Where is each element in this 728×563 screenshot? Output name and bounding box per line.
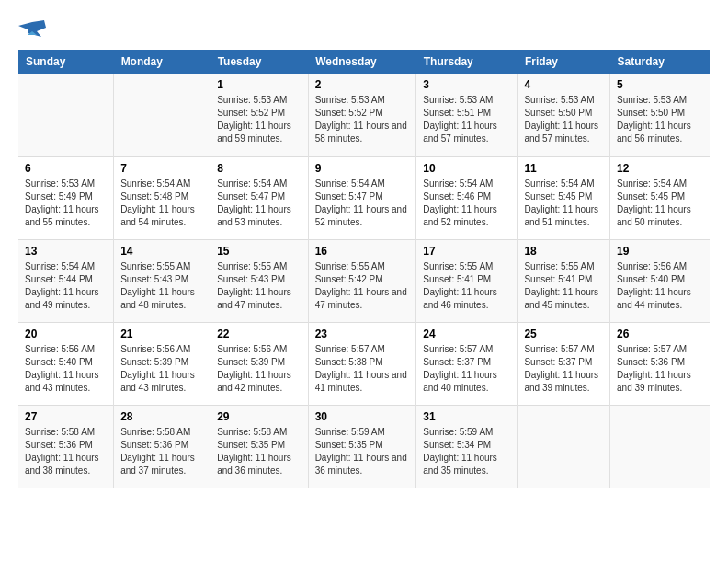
day-cell [518,405,610,488]
day-header-friday: Friday [518,50,610,74]
day-cell: 8Sunrise: 5:54 AM Sunset: 5:47 PM Daylig… [210,156,308,239]
day-number: 3 [423,78,510,91]
week-row-0: 1Sunrise: 5:53 AM Sunset: 5:52 PM Daylig… [18,74,710,156]
day-info: Sunrise: 5:58 AM Sunset: 5:36 PM Dayligh… [120,426,203,477]
day-info: Sunrise: 5:56 AM Sunset: 5:39 PM Dayligh… [217,343,301,395]
day-info: Sunrise: 5:57 AM Sunset: 5:37 PM Dayligh… [524,343,603,395]
day-number: 2 [315,78,410,91]
logo-icon [18,18,46,40]
day-number: 15 [217,245,301,258]
day-cell: 26Sunrise: 5:57 AM Sunset: 5:36 PM Dayli… [610,322,710,405]
day-cell: 27Sunrise: 5:58 AM Sunset: 5:36 PM Dayli… [18,405,114,488]
week-row-4: 27Sunrise: 5:58 AM Sunset: 5:36 PM Dayli… [18,405,710,488]
day-cell: 22Sunrise: 5:56 AM Sunset: 5:39 PM Dayli… [210,322,308,405]
calendar-header-row: SundayMondayTuesdayWednesdayThursdayFrid… [18,50,710,74]
day-cell: 10Sunrise: 5:54 AM Sunset: 5:46 PM Dayli… [416,156,518,239]
day-info: Sunrise: 5:53 AM Sunset: 5:52 PM Dayligh… [315,94,410,145]
day-info: Sunrise: 5:53 AM Sunset: 5:51 PM Dayligh… [423,94,510,145]
day-info: Sunrise: 5:55 AM Sunset: 5:41 PM Dayligh… [423,260,510,312]
day-cell: 16Sunrise: 5:55 AM Sunset: 5:42 PM Dayli… [308,239,416,322]
day-cell: 17Sunrise: 5:55 AM Sunset: 5:41 PM Dayli… [416,239,518,322]
day-cell: 11Sunrise: 5:54 AM Sunset: 5:45 PM Dayli… [518,156,610,239]
day-info: Sunrise: 5:53 AM Sunset: 5:50 PM Dayligh… [617,94,703,145]
day-header-monday: Monday [114,50,210,74]
day-info: Sunrise: 5:57 AM Sunset: 5:37 PM Dayligh… [423,343,510,395]
day-info: Sunrise: 5:56 AM Sunset: 5:39 PM Dayligh… [120,343,203,395]
day-info: Sunrise: 5:57 AM Sunset: 5:36 PM Dayligh… [617,343,703,395]
day-number: 11 [524,162,603,175]
day-info: Sunrise: 5:54 AM Sunset: 5:47 PM Dayligh… [217,178,301,229]
day-number: 5 [617,78,703,91]
day-info: Sunrise: 5:53 AM Sunset: 5:49 PM Dayligh… [25,178,107,229]
day-cell: 2Sunrise: 5:53 AM Sunset: 5:52 PM Daylig… [308,74,416,156]
day-number: 29 [217,410,301,423]
day-cell: 3Sunrise: 5:53 AM Sunset: 5:51 PM Daylig… [416,74,518,156]
calendar-table: SundayMondayTuesdayWednesdayThursdayFrid… [18,50,710,488]
day-cell: 20Sunrise: 5:56 AM Sunset: 5:40 PM Dayli… [18,322,114,405]
day-info: Sunrise: 5:55 AM Sunset: 5:43 PM Dayligh… [120,260,203,312]
day-cell: 25Sunrise: 5:57 AM Sunset: 5:37 PM Dayli… [518,322,610,405]
day-cell: 12Sunrise: 5:54 AM Sunset: 5:45 PM Dayli… [610,156,710,239]
day-number: 9 [315,162,410,175]
day-number: 24 [423,327,510,340]
day-info: Sunrise: 5:55 AM Sunset: 5:41 PM Dayligh… [524,260,603,312]
day-number: 21 [120,327,203,340]
day-cell: 19Sunrise: 5:56 AM Sunset: 5:40 PM Dayli… [610,239,710,322]
day-info: Sunrise: 5:59 AM Sunset: 5:35 PM Dayligh… [315,426,410,477]
day-cell [610,405,710,488]
day-info: Sunrise: 5:54 AM Sunset: 5:46 PM Dayligh… [423,178,510,229]
day-info: Sunrise: 5:59 AM Sunset: 5:34 PM Dayligh… [423,426,510,477]
day-cell: 23Sunrise: 5:57 AM Sunset: 5:38 PM Dayli… [308,322,416,405]
week-row-3: 20Sunrise: 5:56 AM Sunset: 5:40 PM Dayli… [18,322,710,405]
day-header-wednesday: Wednesday [308,50,416,74]
day-number: 14 [120,245,203,258]
day-cell: 14Sunrise: 5:55 AM Sunset: 5:43 PM Dayli… [114,239,210,322]
day-info: Sunrise: 5:55 AM Sunset: 5:42 PM Dayligh… [315,260,410,312]
day-number: 4 [524,78,603,91]
day-info: Sunrise: 5:54 AM Sunset: 5:48 PM Dayligh… [120,178,203,229]
day-cell: 18Sunrise: 5:55 AM Sunset: 5:41 PM Dayli… [518,239,610,322]
day-number: 7 [120,162,203,175]
day-info: Sunrise: 5:53 AM Sunset: 5:52 PM Dayligh… [217,94,301,145]
day-cell: 15Sunrise: 5:55 AM Sunset: 5:43 PM Dayli… [210,239,308,322]
day-info: Sunrise: 5:57 AM Sunset: 5:38 PM Dayligh… [315,343,410,395]
day-cell [114,74,210,156]
day-cell: 13Sunrise: 5:54 AM Sunset: 5:44 PM Dayli… [18,239,114,322]
day-info: Sunrise: 5:55 AM Sunset: 5:43 PM Dayligh… [217,260,301,312]
day-info: Sunrise: 5:58 AM Sunset: 5:36 PM Dayligh… [25,426,107,477]
day-number: 22 [217,327,301,340]
day-number: 6 [25,162,107,175]
day-info: Sunrise: 5:56 AM Sunset: 5:40 PM Dayligh… [25,343,107,395]
day-info: Sunrise: 5:54 AM Sunset: 5:45 PM Dayligh… [617,178,703,229]
day-cell: 9Sunrise: 5:54 AM Sunset: 5:47 PM Daylig… [308,156,416,239]
day-info: Sunrise: 5:54 AM Sunset: 5:47 PM Dayligh… [315,178,410,229]
day-header-sunday: Sunday [18,50,114,74]
day-cell: 6Sunrise: 5:53 AM Sunset: 5:49 PM Daylig… [18,156,114,239]
day-cell: 31Sunrise: 5:59 AM Sunset: 5:34 PM Dayli… [416,405,518,488]
week-row-1: 6Sunrise: 5:53 AM Sunset: 5:49 PM Daylig… [18,156,710,239]
page-header [18,18,710,40]
day-number: 8 [217,162,301,175]
day-cell [18,74,114,156]
day-cell: 30Sunrise: 5:59 AM Sunset: 5:35 PM Dayli… [308,405,416,488]
day-number: 13 [25,245,107,258]
day-number: 17 [423,245,510,258]
day-number: 31 [423,410,510,423]
day-header-thursday: Thursday [416,50,518,74]
day-number: 1 [217,78,301,91]
day-number: 10 [423,162,510,175]
day-info: Sunrise: 5:56 AM Sunset: 5:40 PM Dayligh… [617,260,703,312]
week-row-2: 13Sunrise: 5:54 AM Sunset: 5:44 PM Dayli… [18,239,710,322]
day-number: 19 [617,245,703,258]
day-number: 28 [120,410,203,423]
day-header-saturday: Saturday [610,50,710,74]
day-cell: 4Sunrise: 5:53 AM Sunset: 5:50 PM Daylig… [518,74,610,156]
day-cell: 21Sunrise: 5:56 AM Sunset: 5:39 PM Dayli… [114,322,210,405]
day-info: Sunrise: 5:54 AM Sunset: 5:44 PM Dayligh… [25,260,107,312]
day-cell: 7Sunrise: 5:54 AM Sunset: 5:48 PM Daylig… [114,156,210,239]
day-info: Sunrise: 5:58 AM Sunset: 5:35 PM Dayligh… [217,426,301,477]
day-number: 30 [315,410,410,423]
day-number: 27 [25,410,107,423]
day-number: 12 [617,162,703,175]
day-cell: 24Sunrise: 5:57 AM Sunset: 5:37 PM Dayli… [416,322,518,405]
